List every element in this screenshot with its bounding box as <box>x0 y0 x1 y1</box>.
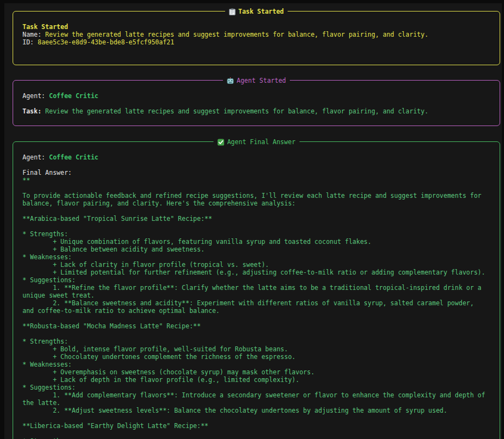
log-line: 2. **Adjust sweetness levels**: Balance … <box>22 407 490 414</box>
log-line: Task: Review the generated latte recipes… <box>22 107 490 115</box>
log-line <box>22 184 490 192</box>
agent-final-answer-panel: Agent Final Answer Agent: Coffee CriticF… <box>13 141 500 439</box>
log-line: + Limited potential for further refineme… <box>22 269 490 276</box>
log-line <box>22 430 490 437</box>
log-line: + Lack of depth in the flavor profile (e… <box>22 376 490 384</box>
log-line <box>22 207 490 215</box>
log-line: the latte. <box>22 399 490 407</box>
log-line <box>22 161 490 169</box>
log-line: Agent: Coffee Critic <box>22 92 490 100</box>
log-line: **Liberica-based "Earthy Delight Latte" … <box>22 422 490 430</box>
log-line: + Lack of clarity in flavor profile (tro… <box>22 261 490 269</box>
agent-final-answer-panel-title: Agent Final Answer <box>214 138 300 146</box>
task-started-panel: Task Started Task StartedName: Review th… <box>13 11 500 65</box>
robot-icon <box>227 77 234 84</box>
window-edge-left <box>0 0 4 439</box>
log-line: unique sweet treat. <box>22 292 490 299</box>
log-line <box>22 223 490 230</box>
agent-started-panel-title: Agent Started <box>223 77 290 84</box>
log-line: + Balance between acidity and sweetness. <box>22 246 490 253</box>
window-edge-top <box>0 0 504 3</box>
agent-started-panel-body: Agent: Coffee CriticTask: Review the gen… <box>22 92 490 115</box>
task-started-panel-title: Task Started <box>225 8 288 15</box>
log-line: To provide actionable feedback and refin… <box>22 192 490 199</box>
agent-started-panel-title-label: Agent Started <box>237 77 286 84</box>
log-line: **Arabica-based "Tropical Sunrise Latte"… <box>22 215 490 223</box>
log-line: and coffee-to-milk ratio to achieve opti… <box>22 307 490 315</box>
log-line: Agent: Coffee Critic <box>22 153 490 161</box>
log-line: 1. **Add complementary flavors**: Introd… <box>22 391 490 399</box>
log-line: * Strengths: <box>22 230 490 238</box>
log-line: * Suggestions: <box>22 276 490 284</box>
agent-final-answer-panel-title-label: Agent Final Answer <box>227 138 296 146</box>
log-line: * Strengths: <box>22 338 490 345</box>
task-started-panel-title-label: Task Started <box>238 8 284 15</box>
log-line: * Weaknesses: <box>22 361 490 368</box>
clipboard-icon <box>229 8 236 15</box>
log-line: ** <box>22 176 490 184</box>
log-line: * Weaknesses: <box>22 253 490 261</box>
check-icon <box>217 139 225 146</box>
log-line <box>22 414 490 422</box>
log-line: Name: Review the generated latte recipes… <box>22 31 490 38</box>
log-line: + Bold, intense flavor profile, well-sui… <box>22 345 490 353</box>
window-edge-right <box>502 0 504 439</box>
log-line: 1. **Refine the flavor profile**: Clarif… <box>22 284 490 292</box>
task-started-panel-body: Task StartedName: Review the generated l… <box>22 23 490 46</box>
log-line: Final Answer: <box>22 169 490 176</box>
log-line: + Unique combination of flavors, featuri… <box>22 238 490 246</box>
log-line: balance, flavor pairing, and clarity. He… <box>22 199 490 207</box>
log-line: * Suggestions: <box>22 384 490 391</box>
log-line: **Robusta-based "Mocha Madness Latte" Re… <box>22 322 490 330</box>
log-line <box>22 315 490 322</box>
log-line: ID: 8aee5c3e-e8d9-43be-bde8-e5fcf950af21 <box>22 38 490 46</box>
agent-started-panel: Agent Started Agent: Coffee CriticTask: … <box>13 80 500 126</box>
log-line: 2. **Balance sweetness and acidity**: Ex… <box>22 299 490 307</box>
log-line: + Chocolatey undertones complement the r… <box>22 353 490 361</box>
log-line <box>22 100 490 107</box>
log-line: + Overemphasis on sweetness (chocolate s… <box>22 368 490 376</box>
agent-final-answer-panel-body: Agent: Coffee CriticFinal Answer:**To pr… <box>22 153 490 439</box>
log-line: Task Started <box>22 23 490 31</box>
log-line <box>22 330 490 338</box>
